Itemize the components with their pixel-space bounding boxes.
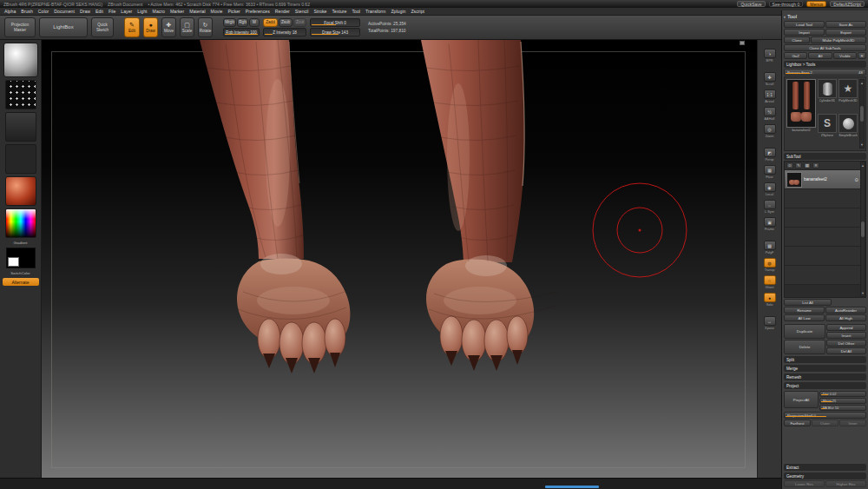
zcut-button[interactable]: Zcut [293,18,306,27]
scale-mode-button[interactable]: ▢ Scale [180,17,194,37]
list-all-button[interactable]: List All [784,299,832,306]
zsub-button[interactable]: Zsub [279,18,293,27]
duplicate-button[interactable]: Duplicate [784,324,825,339]
subtool-section-bar[interactable]: SubTool [784,153,866,160]
menu-draw[interactable]: Draw [80,9,90,14]
draw-mode-button[interactable]: ● Draw [143,17,158,37]
subtool-empty-slot[interactable] [785,266,860,285]
mean-slider[interactable]: Mean 25 [819,398,866,404]
secondary-color-swatch[interactable] [8,257,19,267]
subtool-visibility-eye-icon[interactable]: ⊙ [854,177,858,182]
lower-res-button[interactable]: Lower Res [784,480,825,487]
texture-selector[interactable] [5,144,36,174]
extract-section-bar[interactable]: Extract [784,464,866,471]
thumbs-scroll-down-icon[interactable]: ▼ [860,142,864,147]
subtool-scroll-thumb[interactable] [861,221,865,237]
menu-texture[interactable]: Texture [332,9,346,14]
m-button[interactable]: M [249,18,260,27]
quicksave-button[interactable]: QuickSave [737,1,765,7]
subtool-empty-slot[interactable] [785,247,860,266]
menu-material[interactable]: Material [189,9,205,14]
tool-thumb-simplebrush[interactable]: SimpleBrush [838,114,858,147]
default-zscript-button[interactable]: DefaultZScript [830,1,865,7]
menu-stroke[interactable]: Stroke [313,9,326,14]
menu-document[interactable]: Document [54,9,75,14]
subtool-row-selected[interactable]: bananafeet2 ⊙ [785,170,860,189]
menu-macro[interactable]: Macro [153,9,165,14]
farthest-button[interactable]: Farthest [784,420,811,426]
polyf-icon[interactable]: ▩PolyF [764,241,776,254]
pa-blur-slider[interactable]: PA Blur 10 [819,405,866,411]
lsym-icon[interactable]: ⇔L.Sym [764,200,776,214]
menu-movie[interactable]: Movie [211,9,223,14]
see-through-slider[interactable]: See-through 0 [769,1,804,7]
zoom-icon[interactable]: ◎Zoom [764,124,776,138]
remesh-section-bar[interactable]: Remesh [784,373,866,380]
insert-button[interactable]: Insert [826,332,866,339]
split-section-bar[interactable]: Split [784,356,866,363]
move-mode-button[interactable]: ✚ Move [161,17,176,37]
geometry-section-bar[interactable]: Geometry [784,472,866,479]
clone-all-subtools-button[interactable]: Clone All SubTools [784,44,866,51]
bpr-icon[interactable]: ◑BPR [764,49,776,63]
focal-shift-slider[interactable]: Focal Shift 0 [310,18,360,27]
subtool-empty-slot[interactable] [785,208,860,228]
tool-panel-header[interactable]: ‹ Tool [784,12,866,20]
menu-zplugin[interactable]: Zplugin [391,9,405,14]
menu-picker[interactable]: Picker [227,9,240,14]
delete-button[interactable]: Delete [784,340,825,354]
stroke-selector[interactable] [5,80,36,109]
subtool-scrollbar[interactable]: ▲ ▼ [860,162,865,297]
subtool-list-icon[interactable]: ≡ [812,162,819,169]
menu-preferences[interactable]: Preferences [246,9,270,14]
menu-tool[interactable]: Tool [352,9,360,14]
tool-name-slider[interactable]: Banana Feet 2. 48 [784,69,866,76]
menu-stencil[interactable]: Stencil [295,9,309,14]
append-button[interactable]: Append [826,324,866,331]
rename-button[interactable]: Rename [784,307,825,314]
floor-icon[interactable]: ▦Floor [764,165,776,179]
clone-button[interactable]: Clone [784,36,810,43]
menu-marker[interactable]: Marker [170,9,184,14]
rgb-button[interactable]: Rgb [237,18,248,27]
material-selector[interactable] [5,176,36,206]
menu-alpha[interactable]: Alpha [4,9,16,14]
persp-icon[interactable]: ◩Persp [764,148,776,162]
brush-selector[interactable] [3,43,38,77]
menu-render[interactable]: Render [275,9,290,14]
frame-icon[interactable]: ▣Frame [764,217,776,231]
all-low-button[interactable]: All Low [784,314,825,321]
project-all-button[interactable]: ProjectAll [784,391,819,408]
rotate-mode-button[interactable]: ↻ Rotate [198,17,213,37]
main-color-swatch[interactable] [6,248,36,268]
goz-all-button[interactable]: All [808,52,832,59]
edit-mode-button[interactable]: ✎ Edit [124,17,140,37]
subtool-empty-slot[interactable] [785,189,860,208]
scroll-icon[interactable]: ✚Scroll [764,72,776,86]
menu-zscript[interactable]: Zscript [411,9,424,14]
save-as-button[interactable]: Save As [825,21,866,28]
solo-icon[interactable]: ●Solo [764,293,776,307]
actual-icon[interactable]: 1:1Actual [764,89,776,103]
local-icon[interactable]: ◉Local [764,182,776,196]
mrgb-button[interactable]: Mrgb [223,18,236,27]
zadd-button[interactable]: Zadd [263,18,278,27]
tool-thumb-polymesh3d[interactable]: ★ PolyMesh3D [838,79,858,112]
menus-toggle-button[interactable]: Menus [806,1,826,7]
dist-slider[interactable]: Dist 0.02 [819,391,866,397]
subtool-scroll-up-icon[interactable]: ▲ [861,163,865,168]
draw-size-slider[interactable]: Draw Size 143 [310,28,360,36]
goz-visible-button[interactable]: Visible [833,52,857,59]
thumbs-scroll-up-icon[interactable]: ▲ [860,81,864,85]
goz-r-button[interactable]: R [858,52,866,59]
all-high-button[interactable]: All High [825,314,866,321]
higher-res-button[interactable]: Higher Res [825,480,866,487]
lightbox-tools-bar[interactable]: Lightbox > Tools [784,61,866,68]
projection-master-button[interactable]: Projection Master [4,17,36,37]
menu-edit[interactable]: Edit [95,9,103,14]
menu-brush[interactable]: Brush [21,9,33,14]
goz-button[interactable]: GoZ [784,52,807,59]
alternate-button[interactable]: Alternate [3,278,39,286]
subtool-grid-icon[interactable]: ▦ [804,162,811,169]
z-intensity-slider[interactable]: Z Intensity 18 [263,28,306,36]
